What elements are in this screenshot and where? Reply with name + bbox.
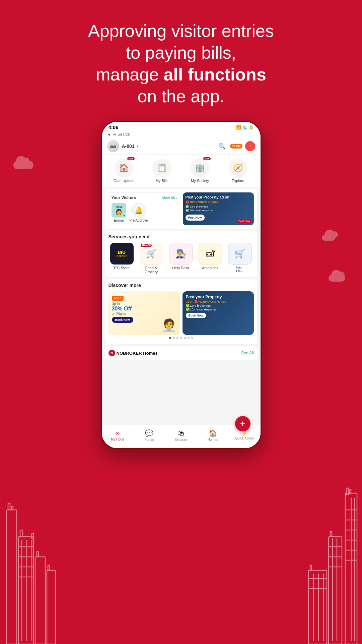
explore-label: Explore xyxy=(232,179,244,183)
cloud-left-1 xyxy=(13,161,33,169)
hero-text: Approving visitor entries to paying bill… xyxy=(0,0,362,117)
dot-0[interactable] xyxy=(169,337,171,339)
property-banner-title: Post your Property ad on xyxy=(186,195,251,199)
food-discount-badge: ₹100 Off xyxy=(141,244,152,247)
nb-icon: N xyxy=(108,350,115,356)
ixigo-book-button[interactable]: Book Now xyxy=(112,317,133,323)
itc-big-text: BIG xyxy=(118,250,126,255)
amenities-label: Amenities xyxy=(202,266,218,270)
skyline-left xyxy=(0,443,60,644)
wifi-icon: 📡 xyxy=(242,125,247,130)
services-label: Services xyxy=(174,438,187,442)
dot-2[interactable] xyxy=(176,337,178,339)
svg-rect-28 xyxy=(329,537,342,644)
nb-book-button[interactable]: Book Now xyxy=(186,313,206,318)
quick-icons-row: 🏠 New Gate Update 📋 My Bills 🏢 xyxy=(102,155,261,187)
see-all-link[interactable]: See All xyxy=(241,351,254,355)
check-icon-2: ✅ xyxy=(186,209,189,212)
amenities-icon: 🛋 xyxy=(206,248,215,259)
fab-button[interactable]: + xyxy=(235,416,250,431)
dot-6[interactable] xyxy=(191,337,193,339)
quick-action-label: Quick Action xyxy=(235,436,254,440)
svg-rect-29 xyxy=(330,532,332,537)
svg-rect-4 xyxy=(20,530,23,537)
bills-circle: 📋 xyxy=(153,159,171,177)
food-icon-box: 🛒 ₹100 Off xyxy=(140,243,163,265)
dropdown-icon: ▼ xyxy=(136,144,139,148)
hero-line1: Approving visitor entries xyxy=(88,21,274,41)
helpdesk-icon-box: 👨‍🔧 xyxy=(169,243,193,265)
svg-rect-16 xyxy=(48,565,49,570)
dot-4[interactable] xyxy=(184,337,186,339)
phone-content: 🏠 New Gate Update 📋 My Bills 🏢 xyxy=(102,155,261,441)
visitor-emma[interactable]: Maid 👩 Emma xyxy=(112,203,126,222)
nav-services[interactable]: 🛍 Services xyxy=(165,429,197,442)
service-itc-store[interactable]: BIG OFFERS ITC Store xyxy=(108,243,135,274)
discover-section: Discover more ixigo Up to 30% Off on Fli… xyxy=(105,279,257,344)
apartment-selector[interactable]: A-001 ▼ xyxy=(122,143,139,149)
bills-label: My Bills xyxy=(156,179,168,183)
quick-icon-my-bills[interactable]: 📋 My Bills xyxy=(147,159,177,183)
gate-new-badge: New xyxy=(127,157,135,160)
forum-label: Forum xyxy=(144,438,154,442)
my-hood-icon: ∞ xyxy=(115,430,120,437)
profile-avatar[interactable]: ∞ xyxy=(245,141,255,151)
quick-icon-gate-update[interactable]: 🏠 New Gate Update xyxy=(109,159,139,183)
nb-discover-logo: ad on 🔴 NOBROKER Homes xyxy=(186,300,250,303)
visitor-items: Maid 👩 Emma 🔔 Pre Approve xyxy=(112,203,177,222)
itc-offers-text: OFFERS xyxy=(116,255,127,258)
explore-circle: 🧭 xyxy=(229,159,247,177)
explore-icon: 🧭 xyxy=(233,163,243,173)
visitor-emma-name: Emma xyxy=(114,219,124,222)
gate-update-circle: 🏠 New xyxy=(115,159,133,177)
phone-device: 4:06 📶 📡 🔋 ◄ ◄ Search 🏘 A-001 ▼ xyxy=(101,121,262,449)
nav-quick-action[interactable]: ⚡ Quick Action xyxy=(229,430,261,440)
visitor-preapprove[interactable]: 🔔 Pre Approve xyxy=(130,203,148,222)
visitors-section: Your Visitors View All › Maid 👩 xyxy=(105,189,257,229)
check-icon-1: ✅ xyxy=(186,205,189,208)
quick-icon-my-society[interactable]: 🏢 New My Society xyxy=(185,159,215,183)
search-back-bar[interactable]: ◄ ◄ Search xyxy=(102,131,261,138)
wallet-balance[interactable]: ₹2200 xyxy=(230,144,242,149)
my-hood-label: My Hood xyxy=(111,437,124,441)
service-food-grocery[interactable]: 🛒 ₹100 Off Food &Grocery xyxy=(138,243,165,274)
dot-3[interactable] xyxy=(180,337,182,339)
post-now-button[interactable]: Post Now xyxy=(186,215,205,221)
amenities-icon-box: 🛋 xyxy=(199,243,222,265)
service-amenities[interactable]: 🛋 Amenities xyxy=(197,243,224,274)
service-help-desk[interactable]: 👨‍🔧 Help Desk xyxy=(167,243,194,274)
quick-icon-explore[interactable]: 🧭 Explore xyxy=(223,159,253,183)
more-icon: 🛒 xyxy=(234,248,245,259)
avatar[interactable]: 🏘 xyxy=(107,140,119,152)
more-label: Mar...Pla... xyxy=(236,266,243,273)
nobroker-discover-card[interactable]: Post your Property ad on 🔴 NOBROKER Home… xyxy=(183,291,254,335)
services-icon: 🛍 xyxy=(177,429,184,437)
homes-text: Homes xyxy=(143,351,157,356)
society-icon: 🏢 xyxy=(195,163,205,173)
nav-my-hood[interactable]: ∞ My Hood xyxy=(102,430,134,441)
service-more[interactable]: 🛒 Mar...Pla... xyxy=(226,243,253,274)
svg-rect-7 xyxy=(37,552,39,557)
view-all-link[interactable]: View All › xyxy=(162,196,177,200)
dot-1[interactable] xyxy=(173,337,175,339)
property-banner[interactable]: Post your Property ad on 🔴 NOBROKER Home… xyxy=(183,192,254,225)
nav-homes[interactable]: 🏠 Homes xyxy=(197,429,229,442)
services-title: Services you need xyxy=(108,234,254,239)
nav-forum[interactable]: 💬 Forum xyxy=(133,429,165,442)
nobroker-homes-logo: N NOBROKER Homes xyxy=(108,350,158,356)
svg-rect-3 xyxy=(18,537,33,644)
search-button[interactable]: 🔍 xyxy=(217,141,227,152)
bills-icon: 📋 xyxy=(157,163,167,173)
feature-zero-brokerage: ✅ Zero brokerage xyxy=(186,205,251,208)
dot-5[interactable] xyxy=(188,337,190,339)
svg-rect-15 xyxy=(47,570,55,644)
nav-right: 🔍 ₹2200 ∞ xyxy=(217,141,255,152)
top-nav: 🏘 A-001 ▼ 🔍 ₹2200 ∞ xyxy=(102,138,261,155)
ixigo-offer-text: Up to xyxy=(112,302,176,306)
society-circle: 🏢 New xyxy=(191,159,209,177)
feature-faster-response: ✅ 10x faster response xyxy=(186,209,251,212)
ixigo-card[interactable]: ixigo Up to 30% Off on Flights Book Now … xyxy=(108,291,180,335)
nb-feat-1: ✅ Zero brokerage xyxy=(186,304,250,307)
hero-line2: to paying bills, xyxy=(126,43,236,62)
gate-update-label: Gate Update xyxy=(114,179,134,183)
